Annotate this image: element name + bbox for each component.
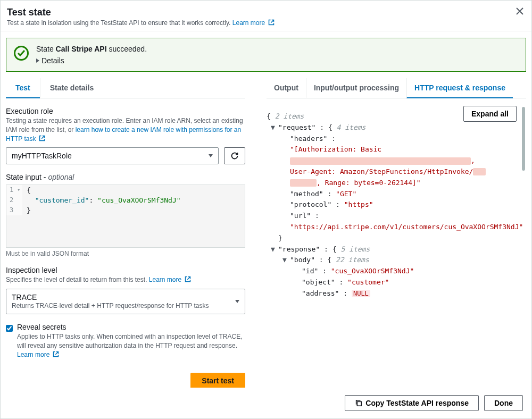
start-test-button[interactable]: Start test (190, 373, 245, 389)
chevron-down-icon (209, 154, 213, 157)
json-request-url: "url" : (267, 211, 526, 222)
tab-output[interactable]: Output (267, 78, 306, 98)
dialog-subtitle: Test a state in isolation using the Test… (7, 19, 523, 27)
external-link-icon (39, 135, 45, 141)
external-link-icon (53, 351, 59, 357)
caret-right-icon (36, 58, 39, 63)
success-banner: State Call Stripe API succeeded. Details (6, 38, 526, 72)
external-link-icon (268, 19, 275, 26)
inspection-learn-more-link[interactable]: Learn more (149, 276, 191, 283)
reveal-secrets-section: Reveal secrets Applies to HTTP tasks onl… (6, 323, 245, 359)
copy-response-button[interactable]: Copy TestState API response (345, 395, 479, 411)
banner-message: State Call Stripe API succeeded. (36, 45, 147, 53)
dialog-header: Test state Test a state in isolation usi… (1, 1, 531, 31)
dialog-footer: Copy TestState API response Done (1, 388, 531, 418)
tab-http-req-resp[interactable]: HTTP request & response (406, 78, 513, 98)
left-column: Test State details Execution role Testin… (6, 78, 256, 365)
json-response-body[interactable]: ▼"body" : { 22 items (267, 255, 526, 266)
inspection-level-select[interactable]: TRACE Returns TRACE-level detail + HTTP … (6, 289, 245, 314)
redacted-secret (290, 179, 317, 187)
json-root[interactable]: ▼{ 2 items (267, 111, 526, 122)
state-input-section: State input - optional 1 ▾{2 "customer_i… (6, 173, 245, 257)
right-tabs: Output Input/output processing HTTP requ… (267, 78, 526, 98)
scrollbar-thumb[interactable] (522, 107, 525, 171)
execution-role-title: Execution role (6, 107, 245, 115)
redacted-secret (290, 157, 471, 165)
code-line: 3} (6, 205, 245, 215)
right-column: Output Input/output processing HTTP requ… (256, 78, 526, 365)
execution-role-select[interactable]: myHTTPTaskRole (6, 147, 219, 164)
copy-icon (355, 399, 362, 407)
json-body-object: "object" : "customer" (267, 277, 526, 288)
done-button[interactable]: Done (484, 395, 523, 411)
success-check-icon (14, 46, 29, 61)
redacted-secret (473, 168, 486, 175)
json-body-id: "id" : "cus_OvaXOOrSMf3NdJ" (267, 266, 526, 277)
left-tabs: Test State details (6, 78, 245, 98)
close-button[interactable] (514, 6, 525, 16)
json-response[interactable]: ▼"response" : { 5 items (267, 244, 526, 255)
reveal-secrets-checkbox[interactable] (6, 325, 13, 332)
json-format-hint: Must be in valid JSON format (6, 250, 245, 257)
chevron-down-icon (235, 300, 239, 303)
code-line: 2 "customer_id": "cus_OvaXOOrSMf3NdJ" (6, 195, 245, 205)
inspection-level-desc: Specifies the level of detail to return … (6, 275, 245, 284)
json-viewer[interactable]: ▼{ 2 items ▼"request" : { 4 items "heade… (267, 107, 526, 351)
json-body-address: "address" : NULL (267, 288, 526, 299)
refresh-roles-button[interactable] (224, 147, 245, 164)
svg-rect-0 (358, 401, 362, 406)
state-input-editor[interactable]: 1 ▾{2 "customer_id": "cus_OvaXOOrSMf3NdJ… (6, 185, 245, 248)
state-input-title: State input - optional (6, 173, 245, 181)
reveal-secrets-desc: Applies to HTTP tasks only. When combine… (17, 332, 245, 359)
close-icon (516, 7, 524, 15)
json-request[interactable]: ▼"request" : { 4 items (267, 122, 526, 133)
inspection-level-title: Inspection level (6, 266, 245, 274)
inspection-level-section: Inspection level Specifies the level of … (6, 266, 245, 314)
banner-details-toggle[interactable]: Details (36, 56, 147, 65)
execution-role-section: Execution role Testing a state requires … (6, 107, 245, 164)
reveal-learn-more-link[interactable]: Learn more (17, 351, 59, 358)
learn-more-link[interactable]: Learn more (232, 19, 275, 27)
reveal-secrets-label: Reveal secrets (17, 323, 245, 331)
tab-io-processing[interactable]: Input/output processing (306, 78, 406, 98)
json-request-headers: "headers" : (267, 133, 526, 145)
refresh-icon (230, 152, 239, 160)
banner-container: State Call Stripe API succeeded. Details (1, 31, 531, 78)
banner-body: State Call Stripe API succeeded. Details (36, 45, 147, 65)
json-request-protocol: "protocol" : "https" (267, 199, 526, 211)
json-request-method: "method" : "GET" (267, 189, 526, 200)
execution-role-desc: Testing a state requires an execution ro… (6, 116, 245, 143)
external-link-icon (185, 276, 191, 282)
tab-test[interactable]: Test (6, 78, 40, 98)
code-line: 1 ▾{ (6, 185, 245, 195)
tab-state-details[interactable]: State details (40, 78, 103, 98)
dialog-title: Test state (7, 7, 523, 18)
